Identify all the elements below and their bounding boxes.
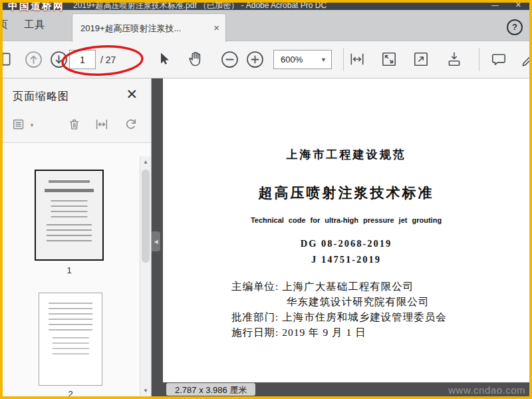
site-watermark-bottom: www.cndao.com bbox=[448, 384, 525, 396]
tab-document[interactable]: 2019+超高压喷射注浆技... × bbox=[72, 13, 226, 42]
thumbnail-content bbox=[47, 224, 92, 245]
thumbnails-scrollbar[interactable]: ▲ ▼ bbox=[140, 156, 151, 396]
page-count-label: / 27 bbox=[100, 55, 116, 65]
delete-pages-icon[interactable] bbox=[66, 116, 84, 133]
collapse-left-icon: ◀ bbox=[154, 239, 158, 245]
doc-approval-line: 批准部门: 上海市住房和城乡建设管理委员会 bbox=[231, 309, 447, 325]
doc-chief-editor-line: 主编单位: 上海广大基础工程有限公司 bbox=[231, 279, 447, 294]
panel-options-icon[interactable] bbox=[11, 116, 28, 133]
page-size-indicator: 2.787 x 3.986 厘米 bbox=[166, 383, 255, 396]
toolbar-divider bbox=[479, 48, 479, 71]
previous-page-button[interactable] bbox=[24, 50, 43, 68]
doc-standard-number-1: DG 08-2068-2019 bbox=[163, 238, 529, 249]
hand-tool-icon[interactable] bbox=[186, 50, 204, 68]
thumbnail-content bbox=[45, 189, 94, 192]
site-watermark-top: 中国道桥网 bbox=[8, 0, 65, 13]
zoom-level-dropdown[interactable]: 600% ▼ bbox=[273, 50, 332, 69]
fullscreen-icon[interactable] bbox=[412, 50, 430, 68]
tab-close-icon[interactable]: × bbox=[213, 22, 219, 33]
scrollbar-thumb[interactable] bbox=[142, 170, 150, 263]
help-button[interactable]: ? bbox=[507, 19, 523, 35]
page-thumbnails-panel: 页面缩略图 ✕ ▼ bbox=[3, 78, 152, 396]
thumbnail-content bbox=[53, 337, 89, 354]
zoom-out-button[interactable] bbox=[220, 50, 239, 68]
continuous-scroll-icon[interactable] bbox=[445, 50, 464, 68]
tab-home[interactable]: 主页 bbox=[0, 19, 8, 31]
panel-title: 页面缩略图 bbox=[13, 90, 69, 104]
zoom-in-button[interactable] bbox=[245, 50, 264, 68]
tab-bar: 主页 工具 2019+超高压喷射注浆技... × ? bbox=[3, 10, 529, 41]
pdf-page: 上海市工程建设规范 超高压喷射注浆技术标准 Technical code for… bbox=[163, 78, 529, 382]
window-close-button[interactable]: ✕ bbox=[515, 3, 521, 9]
collapse-panel-button[interactable]: ◀ bbox=[152, 231, 160, 251]
title-bar: 2019+超高压喷射注浆技术标准.pdf （已加密） - Adobe Acrob… bbox=[3, 3, 529, 10]
toolbar: / 27 600% ▼ bbox=[3, 41, 529, 78]
doc-main-title: 超高压喷射注浆技术标准 bbox=[163, 184, 529, 202]
chevron-down-icon: ▼ bbox=[321, 57, 327, 63]
minimize-button[interactable]: — bbox=[491, 3, 499, 9]
thumbnail-content bbox=[49, 180, 90, 183]
tab-document-label: 2019+超高压喷射注浆技... bbox=[80, 23, 181, 35]
thumbnail-page-number: 1 bbox=[35, 265, 104, 275]
fill-sign-icon[interactable] bbox=[520, 50, 532, 68]
page-number-input[interactable] bbox=[69, 50, 96, 69]
tab-tools[interactable]: 工具 bbox=[24, 19, 45, 31]
doc-co-editor-line: 华东建筑设计研究院有限公司 bbox=[231, 294, 447, 309]
page-thumbnail-2[interactable] bbox=[39, 293, 102, 386]
panel-close-icon[interactable]: ✕ bbox=[126, 86, 138, 102]
zoom-level-value: 600% bbox=[281, 55, 303, 65]
window-title: 2019+超高压喷射注浆技术标准.pdf （已加密） - Adobe Acrob… bbox=[73, 3, 327, 10]
main-region: 页面缩略图 ✕ ▼ bbox=[3, 78, 529, 396]
thumbnail-page-number: 2 bbox=[36, 389, 105, 399]
help-icon: ? bbox=[512, 22, 517, 32]
thumbnail-content bbox=[51, 200, 88, 217]
comment-icon[interactable] bbox=[489, 50, 508, 68]
next-page-button[interactable] bbox=[49, 50, 68, 68]
chevron-down-icon: ▼ bbox=[29, 122, 35, 128]
scroll-up-icon[interactable]: ▲ bbox=[140, 159, 151, 165]
select-tool-icon[interactable] bbox=[155, 50, 174, 68]
fit-page-icon[interactable] bbox=[380, 50, 398, 68]
rotate-pages-icon[interactable] bbox=[122, 116, 140, 133]
doc-effective-date-line: 施行日期: 2019 年 9 月 1 日 bbox=[231, 325, 447, 340]
resize-pages-icon[interactable] bbox=[93, 116, 110, 133]
document-view: 上海市工程建设规范 超高压喷射注浆技术标准 Technical code for… bbox=[152, 78, 529, 396]
thumbnails-list: 1 2 ▲ ▼ bbox=[3, 143, 151, 396]
doc-series-title: 上海市工程建设规范 bbox=[163, 147, 529, 162]
page-thumbnail-1[interactable] bbox=[35, 170, 104, 261]
toolbar-divider bbox=[343, 48, 344, 71]
thumbnail-content bbox=[49, 303, 92, 331]
fit-width-icon[interactable] bbox=[348, 50, 366, 68]
doc-info-block: 主编单位: 上海广大基础工程有限公司 华东建筑设计研究院有限公司 批准部门: 上… bbox=[231, 279, 447, 340]
doc-english-title: Technical code for ultra-high pressure j… bbox=[163, 216, 529, 224]
sidebar-toggle-icon[interactable] bbox=[0, 50, 13, 68]
scroll-down-icon[interactable]: ▼ bbox=[140, 388, 151, 394]
acrobat-window: 2019+超高压喷射注浆技术标准.pdf （已加密） - Adobe Acrob… bbox=[0, 0, 532, 399]
doc-standard-number-2: J 14751-2019 bbox=[163, 254, 529, 265]
